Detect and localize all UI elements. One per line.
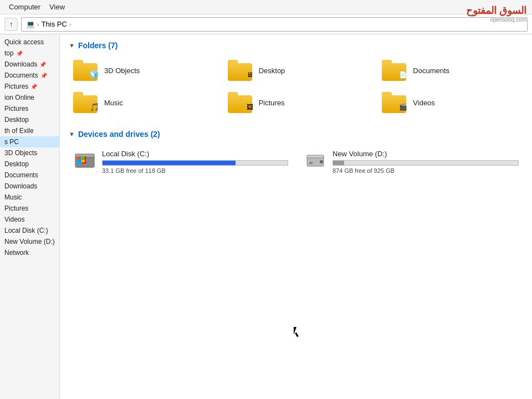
folder-music[interactable]: 🎵 Music — [69, 89, 214, 116]
folder-label-desktop: Desktop — [259, 66, 285, 75]
sidebar-label-network: Network — [4, 249, 29, 257]
content-area: ▼ Folders (7) 🧊 3D Objects 🖥 — [60, 34, 532, 399]
sidebar-item-0[interactable]: Quick access — [0, 37, 59, 48]
sidebar-item-music[interactable]: Music — [0, 192, 59, 203]
sidebar-item-downloads2[interactable]: Downloads — [0, 181, 59, 192]
sidebar-item-top[interactable]: top 📌 — [0, 48, 59, 59]
main-layout: Quick access top 📌 Downloads 📌 Documents… — [0, 34, 532, 399]
sidebar-label-3dobjects: 3D Objects — [4, 149, 37, 157]
menu-computer[interactable]: Computer — [4, 2, 45, 12]
pin-icon-downloads: 📌 — [39, 62, 46, 68]
folder-label-videos: Videos — [413, 99, 435, 107]
address-bar: ↑ 💻 › This PC › — [0, 14, 532, 34]
sidebar-label-pictures: Pictures — [4, 83, 28, 90]
menu-bar: Computer View — [0, 0, 532, 14]
folder-icon-videos: 🎬 — [382, 92, 408, 113]
sidebar-item-documents2[interactable]: Documents — [0, 170, 59, 181]
drive-d-bar — [333, 161, 344, 165]
drives-grid: Local Disk (C:) 33.1 GB free of 118 GB — [69, 145, 523, 178]
folder-desktop[interactable]: 🖥 Desktop — [223, 57, 369, 84]
pin-icon-documents: 📌 — [40, 73, 47, 79]
watermark-arabic: السوق المفتوح — [466, 4, 526, 17]
drive-d-free: 874 GB free of 925 GB — [332, 167, 519, 174]
svg-rect-9 — [81, 160, 85, 162]
sidebar-label-documents2: Documents — [4, 171, 38, 179]
breadcrumb-sep-2: › — [69, 21, 71, 28]
sidebar-label-downloads2: Downloads — [4, 182, 37, 190]
folder-icon-pictures: 🖼 — [228, 92, 254, 113]
sidebar-item-network[interactable]: Network — [0, 247, 59, 258]
breadcrumb-thispc[interactable]: This PC — [42, 20, 67, 28]
sidebar-item-local-disk[interactable]: Local Disk (C:) — [0, 225, 59, 236]
breadcrumb-sep-1: › — [37, 21, 39, 28]
sidebar-label-pictures2: Pictures — [4, 105, 28, 112]
watermark-latin: opensooq.com — [466, 17, 526, 23]
sidebar-label-0: Quick access — [4, 38, 44, 46]
sidebar-label-desktop: Desktop — [4, 116, 29, 124]
sidebar-item-pictures2[interactable]: Pictures — [0, 103, 59, 114]
sidebar-label-videos: Videos — [4, 216, 24, 223]
sidebar-item-thispc[interactable]: s PC — [0, 136, 59, 147]
sidebar-label-ion-online: ion Online — [4, 94, 34, 101]
folders-title: Folders (7) — [78, 41, 118, 50]
breadcrumb-icon: 💻 — [26, 20, 35, 28]
folders-chevron: ▼ — [69, 42, 75, 49]
svg-rect-7 — [81, 156, 85, 159]
drives-title: Devices and drives (2) — [78, 130, 160, 139]
sidebar-item-downloads[interactable]: Downloads 📌 — [0, 59, 59, 70]
sidebar-item-videos[interactable]: Videos — [0, 214, 59, 225]
sidebar-item-pictures[interactable]: Pictures 📌 — [0, 81, 59, 92]
folder-label-music: Music — [104, 99, 123, 107]
nav-up-button[interactable]: ↑ — [4, 18, 18, 31]
sidebar-label-downloads: Downloads — [4, 60, 37, 68]
drive-c-name: Local Disk (C:) — [102, 150, 288, 158]
watermark: السوق المفتوح opensooq.com — [466, 4, 526, 23]
folder-label-3dobjects: 3D Objects — [104, 66, 140, 75]
svg-rect-8 — [78, 160, 81, 162]
folder-icon-documents: 📄 — [382, 60, 408, 81]
svg-point-13 — [320, 160, 323, 163]
sidebar-item-ion-online[interactable]: ion Online — [0, 92, 59, 103]
sidebar-item-desktop[interactable]: Desktop — [0, 114, 59, 125]
sidebar-label-desktop2: Desktop — [4, 160, 29, 168]
folder-label-documents: Documents — [413, 66, 449, 75]
drive-icon-d — [304, 150, 327, 171]
menu-view[interactable]: View — [45, 2, 69, 12]
sidebar-label-local-disk: Local Disk (C:) — [4, 227, 48, 234]
drive-c[interactable]: Local Disk (C:) 33.1 GB free of 118 GB — [69, 145, 293, 178]
folder-documents[interactable]: 📄 Documents — [377, 57, 523, 84]
pin-icon-pictures: 📌 — [30, 84, 37, 90]
sidebar: Quick access top 📌 Downloads 📌 Documents… — [0, 34, 60, 399]
drive-d-bar-container — [332, 160, 519, 166]
sidebar-item-exile[interactable]: th of Exile — [0, 125, 59, 136]
sidebar-label-thispc: s PC — [4, 138, 19, 146]
drive-d-info: New Volume (D:) 874 GB free of 925 GB — [332, 150, 519, 174]
sidebar-item-3dobjects[interactable]: 3D Objects — [0, 147, 59, 158]
sidebar-label-music: Music — [4, 193, 22, 201]
sidebar-label-exile: th of Exile — [4, 127, 34, 135]
svg-rect-11 — [307, 155, 324, 158]
sidebar-item-documents[interactable]: Documents 📌 — [0, 70, 59, 81]
drive-icon-c — [73, 150, 96, 171]
drive-d[interactable]: New Volume (D:) 874 GB free of 925 GB — [299, 145, 523, 178]
sidebar-label-new-volume: New Volume (D:) — [4, 238, 55, 245]
sidebar-label-pictures3: Pictures — [4, 204, 28, 212]
folders-section-header[interactable]: ▼ Folders (7) — [69, 41, 523, 50]
sidebar-item-new-volume[interactable]: New Volume (D:) — [0, 236, 59, 247]
folder-icon-desktop: 🖥 — [228, 60, 254, 81]
drive-c-info: Local Disk (C:) 33.1 GB free of 118 GB — [102, 150, 288, 174]
drive-c-bar — [103, 161, 236, 165]
svg-rect-6 — [78, 156, 81, 159]
drive-d-name: New Volume (D:) — [332, 150, 519, 158]
drives-section-header[interactable]: ▼ Devices and drives (2) — [69, 130, 523, 139]
folder-3dobjects[interactable]: 🧊 3D Objects — [69, 57, 214, 84]
sidebar-label-documents: Documents — [4, 71, 38, 79]
folder-videos[interactable]: 🎬 Videos — [377, 89, 523, 116]
folder-icon-music: 🎵 — [73, 92, 100, 113]
breadcrumb[interactable]: 💻 › This PC › — [21, 17, 528, 32]
sidebar-label-top: top — [4, 49, 14, 57]
sidebar-item-pictures3[interactable]: Pictures — [0, 203, 59, 214]
folder-pictures[interactable]: 🖼 Pictures — [223, 89, 369, 116]
drive-c-bar-container — [102, 160, 288, 166]
sidebar-item-desktop2[interactable]: Desktop — [0, 158, 59, 170]
